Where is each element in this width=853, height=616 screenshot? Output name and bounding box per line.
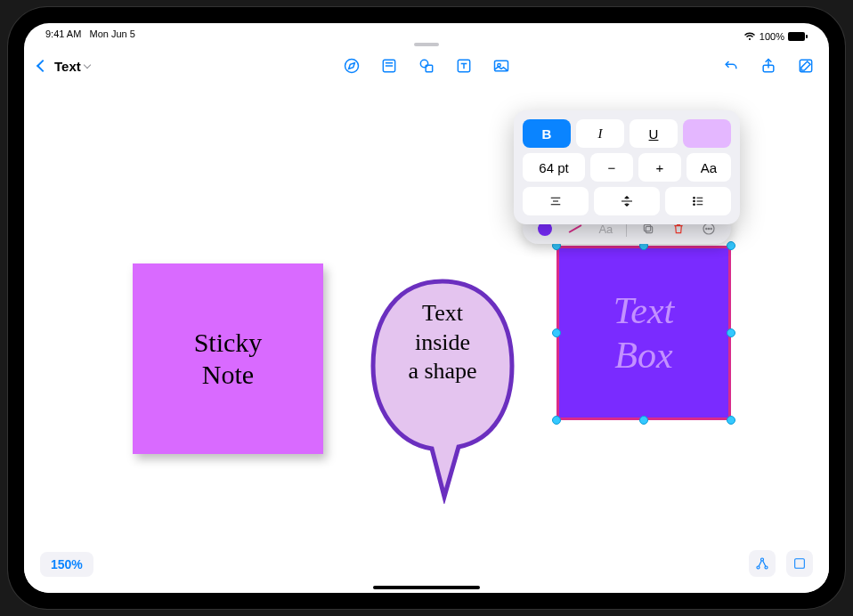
chevron-left-icon: [37, 60, 49, 72]
pen-tool-icon[interactable]: [343, 57, 361, 75]
svg-rect-1: [806, 35, 808, 38]
text-format-popover: B I U 64 pt − + Aa: [514, 110, 740, 224]
battery-percent: 100%: [760, 31, 784, 42]
align-button[interactable]: [523, 187, 589, 215]
text-options-button[interactable]: Aa: [686, 153, 731, 182]
svg-point-18: [711, 228, 711, 229]
canvas[interactable]: Sticky Note Text inside a shape Text Box: [24, 85, 829, 593]
svg-point-31: [765, 566, 768, 569]
selection-handle[interactable]: [552, 328, 561, 337]
svg-point-25: [694, 204, 695, 206]
sticky-tool-icon[interactable]: [380, 57, 398, 75]
svg-point-6: [420, 60, 427, 67]
multitask-handle[interactable]: [414, 43, 439, 46]
home-indicator[interactable]: [373, 586, 480, 589]
selection-handle[interactable]: [727, 241, 735, 250]
align-center-icon: [548, 193, 564, 209]
list-style-button[interactable]: [665, 187, 731, 215]
navigator-button[interactable]: [749, 550, 776, 577]
svg-rect-0: [788, 32, 805, 41]
list-icon: [690, 193, 706, 209]
font-size-display[interactable]: 64 pt: [523, 153, 585, 182]
status-left: 9:41 AM Mon Jun 5: [45, 28, 135, 45]
right-tools: [722, 57, 815, 75]
svg-point-23: [694, 198, 695, 199]
text-box[interactable]: Text Box: [556, 246, 731, 420]
square-icon: [792, 556, 807, 571]
text-box-text: Text Box: [613, 288, 674, 378]
selection-handle[interactable]: [727, 328, 735, 337]
status-right: 100%: [743, 28, 808, 45]
decrease-size-button[interactable]: −: [590, 153, 633, 182]
board-title-button[interactable]: Text: [54, 59, 90, 74]
svg-point-16: [706, 228, 707, 229]
share-icon[interactable]: [760, 57, 777, 75]
svg-rect-13: [646, 226, 652, 232]
bold-button[interactable]: B: [523, 119, 571, 148]
increase-size-button[interactable]: +: [638, 153, 681, 182]
svg-point-2: [345, 60, 359, 73]
compose-icon[interactable]: [797, 57, 815, 75]
italic-button[interactable]: I: [576, 119, 624, 148]
text-tool-icon[interactable]: [455, 57, 473, 75]
selection-handle[interactable]: [727, 416, 735, 425]
speech-bubble-text: Text inside a shape: [376, 299, 509, 386]
svg-point-30: [761, 558, 764, 561]
battery-icon: [788, 32, 808, 41]
screen: 9:41 AM Mon Jun 5 100% Text: [24, 23, 829, 593]
back-button[interactable]: [38, 61, 47, 70]
selection-handle[interactable]: [639, 416, 648, 425]
sticky-note-text: Sticky Note: [194, 327, 263, 391]
stroke-line-icon: [569, 224, 582, 233]
bottom-right-tools: [749, 550, 813, 577]
vertical-center-icon: [619, 193, 635, 209]
text-color-swatch[interactable]: [683, 119, 731, 148]
ipad-frame: 9:41 AM Mon Jun 5 100% Text: [8, 7, 845, 609]
status-date: Mon Jun 5: [90, 28, 135, 39]
status-time: 9:41 AM: [45, 28, 81, 39]
underline-button[interactable]: U: [630, 119, 678, 148]
speech-bubble-shape[interactable]: Text inside a shape: [362, 272, 523, 468]
zoom-button[interactable]: 150%: [40, 552, 93, 577]
chevron-down-icon: [83, 61, 90, 69]
media-tool-icon[interactable]: [492, 57, 510, 75]
board-title-label: Text: [54, 59, 81, 74]
svg-point-17: [708, 228, 709, 229]
svg-rect-32: [795, 559, 805, 569]
center-tools: [343, 57, 510, 75]
text-box-selected[interactable]: Text Box: [556, 246, 731, 420]
minimap-button[interactable]: [786, 550, 813, 577]
vertical-align-button[interactable]: [594, 187, 660, 215]
selection-handle[interactable]: [552, 416, 561, 425]
undo-icon[interactable]: [722, 57, 740, 75]
nodes-icon: [754, 555, 770, 571]
svg-point-24: [694, 200, 695, 202]
shapes-tool-icon[interactable]: [418, 57, 435, 75]
svg-point-29: [757, 566, 760, 569]
sticky-note[interactable]: Sticky Note: [133, 263, 323, 454]
wifi-icon: [743, 32, 756, 41]
svg-rect-14: [644, 224, 650, 231]
top-toolbar: Text: [24, 50, 829, 82]
